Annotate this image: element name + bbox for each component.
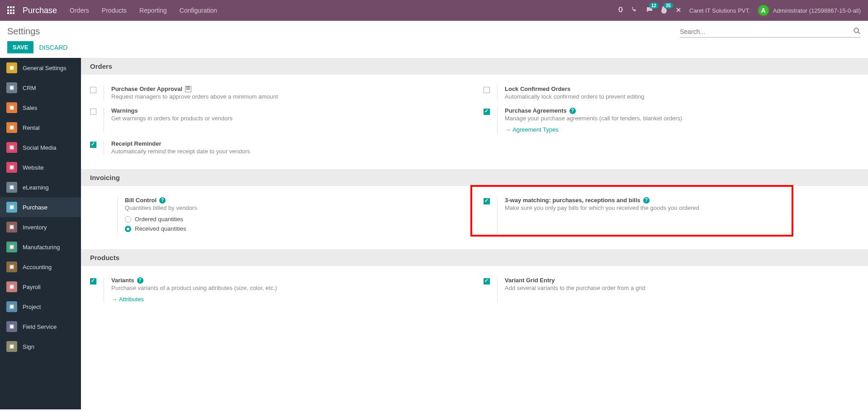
- phone-icon[interactable]: [631, 6, 639, 15]
- settings-sidebar: General SettingsCRMSalesRentalSocial Med…: [0, 58, 81, 409]
- menu-configuration[interactable]: Configuration: [180, 7, 217, 14]
- sidebar-icon: [6, 321, 17, 332]
- sidebar-item-accounting[interactable]: Accounting: [0, 257, 81, 277]
- section-invoicing-header: Invoicing: [81, 169, 868, 186]
- top-menu: Orders Products Reporting Configuration: [70, 7, 217, 14]
- menu-orders[interactable]: Orders: [70, 7, 89, 14]
- attributes-link[interactable]: → Attributes: [111, 296, 144, 303]
- sidebar-item-label: Sales: [23, 104, 38, 111]
- apps-icon[interactable]: [7, 6, 15, 14]
- control-panel: Settings SAVE DISCARD: [0, 21, 868, 58]
- sidebar-item-elearning[interactable]: eLearning: [0, 177, 81, 197]
- save-button[interactable]: SAVE: [7, 41, 33, 53]
- bill-control-desc: Quantities billed by vendors: [125, 204, 465, 211]
- menu-reporting[interactable]: Reporting: [139, 7, 167, 14]
- search-icon[interactable]: [854, 28, 861, 36]
- sidebar-item-label: General Settings: [23, 65, 66, 71]
- svg-rect-3: [10, 66, 14, 70]
- sidebar-item-general-settings[interactable]: General Settings: [0, 58, 81, 78]
- sidebar-icon: [6, 341, 17, 352]
- section-products-header: Products: [81, 249, 868, 266]
- svg-rect-5: [10, 86, 14, 90]
- svg-rect-19: [10, 226, 14, 229]
- receipt-reminder-checkbox[interactable]: [90, 142, 96, 148]
- search-input[interactable]: [680, 26, 854, 37]
- svg-line-1: [858, 32, 860, 34]
- sidebar-item-label: Social Media: [23, 144, 56, 151]
- sidebar-item-inventory[interactable]: Inventory: [0, 217, 81, 237]
- lock-confirmed-checkbox[interactable]: [484, 87, 490, 93]
- sidebar-icon: [6, 142, 17, 153]
- sidebar-item-sign[interactable]: Sign: [0, 337, 81, 356]
- svg-rect-31: [10, 345, 14, 348]
- sidebar-item-rental[interactable]: Rental: [0, 118, 81, 138]
- agreements-checkbox[interactable]: [484, 109, 490, 115]
- svg-rect-21: [10, 246, 14, 249]
- avatar: A: [758, 5, 769, 16]
- sidebar-item-field-service[interactable]: Field Service: [0, 317, 81, 337]
- sidebar-item-purchase[interactable]: Purchase: [0, 197, 81, 217]
- sidebar-icon: [6, 202, 17, 213]
- sidebar-item-social-media[interactable]: Social Media: [0, 138, 81, 157]
- menu-products[interactable]: Products: [102, 7, 127, 14]
- svg-rect-25: [10, 285, 14, 289]
- variants-desc: Purchase variants of a product using att…: [111, 285, 465, 291]
- building-icon: [185, 86, 191, 92]
- sidebar-item-sales[interactable]: Sales: [0, 98, 81, 118]
- variant-grid-checkbox[interactable]: [484, 278, 490, 285]
- po-approval-desc: Request managers to approve orders above…: [111, 93, 465, 100]
- lock-confirmed-title: Lock Confirmed Orders: [505, 85, 859, 92]
- close-icon[interactable]: [675, 6, 682, 15]
- warnings-checkbox[interactable]: [90, 109, 96, 115]
- svg-rect-9: [10, 126, 14, 129]
- sidebar-item-payroll[interactable]: Payroll: [0, 277, 81, 297]
- agreement-types-link[interactable]: → Agreement Types: [505, 126, 559, 133]
- svg-rect-17: [10, 206, 14, 209]
- settings-content: Orders Purchase Order Approval Request m…: [81, 58, 868, 409]
- sidebar-item-project[interactable]: Project: [0, 297, 81, 317]
- sidebar-item-manufacturing[interactable]: Manufacturing: [0, 237, 81, 257]
- variants-title: Variants: [111, 277, 134, 284]
- sidebar-item-label: Accounting: [23, 264, 52, 271]
- messaging-badge: 12: [649, 3, 659, 9]
- help-icon[interactable]: ?: [137, 277, 143, 284]
- user-menu[interactable]: A Administrator (12598867-15-0-all): [758, 5, 861, 16]
- messaging-icon[interactable]: 12: [646, 6, 653, 15]
- svg-rect-27: [10, 305, 14, 309]
- activity-icon[interactable]: 35: [660, 6, 668, 15]
- sidebar-item-website[interactable]: Website: [0, 157, 81, 177]
- sidebar-item-label: Sign: [23, 343, 34, 350]
- sidebar-item-label: Rental: [23, 124, 40, 131]
- receipt-reminder-desc: Automatically remind the receipt date to…: [111, 148, 465, 155]
- help-icon[interactable]: ?: [159, 197, 166, 204]
- help-icon[interactable]: ?: [569, 108, 576, 114]
- svg-rect-15: [10, 186, 14, 189]
- three-way-checkbox[interactable]: [484, 198, 490, 204]
- ordered-qty-option[interactable]: Ordered quantities: [125, 216, 465, 223]
- po-approval-title: Purchase Order Approval: [111, 85, 182, 92]
- agreements-title: Purchase Agreements: [505, 107, 567, 114]
- svg-rect-23: [10, 266, 14, 269]
- po-approval-checkbox[interactable]: [90, 87, 96, 93]
- svg-rect-29: [10, 325, 14, 328]
- svg-rect-11: [10, 146, 14, 149]
- sidebar-item-crm[interactable]: CRM: [0, 78, 81, 98]
- company-name[interactable]: Caret IT Solutions PVT.: [689, 7, 750, 14]
- sidebar-icon: [6, 222, 17, 233]
- sidebar-item-label: Website: [23, 164, 44, 171]
- sidebar-icon: [6, 261, 17, 272]
- lock-confirmed-desc: Automatically lock confirmed orders to p…: [505, 93, 859, 100]
- user-label: Administrator (12598867-15-0-all): [773, 7, 861, 14]
- help-icon[interactable]: ?: [643, 197, 650, 204]
- section-orders-header: Orders: [81, 58, 868, 75]
- svg-point-0: [854, 28, 859, 33]
- debug-icon[interactable]: [617, 6, 624, 15]
- sidebar-icon: [6, 122, 17, 133]
- sidebar-item-label: eLearning: [23, 184, 49, 191]
- variants-checkbox[interactable]: [90, 278, 96, 285]
- app-brand[interactable]: Purchase: [23, 6, 57, 15]
- variant-grid-desc: Add several variants to the purchase ord…: [505, 285, 859, 291]
- discard-button[interactable]: DISCARD: [39, 44, 67, 51]
- received-qty-option[interactable]: Received quantities: [125, 225, 465, 232]
- sidebar-item-label: Purchase: [23, 204, 47, 211]
